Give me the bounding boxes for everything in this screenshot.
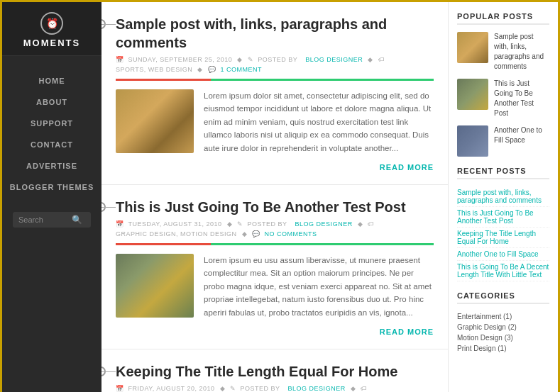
popular-post-text: Another One to Fill Space — [494, 125, 549, 145]
nav-link[interactable]: ABOUT — [2, 91, 101, 113]
post-meta: 📅TUESDAY, AUGUST 31, 2010 ◆ ✎POSTED BY B… — [116, 220, 434, 237]
nav-link[interactable]: ADVERTISE — [2, 155, 101, 177]
read-more-link[interactable]: READ MORE — [380, 163, 434, 172]
search-button[interactable]: 🔍 — [72, 215, 82, 225]
read-more-link[interactable]: READ MORE — [380, 327, 434, 336]
post-meta: 📅FRIDAY, AUGUST 20, 2010 ◆ ✎POSTED BY BL… — [116, 385, 434, 392]
category-item: Entertainment (1) — [457, 311, 549, 322]
main-content: Sample post with, links, paragraphs and … — [101, 2, 448, 392]
post-item: This is Just Going To Be Another Test Po… — [101, 185, 448, 349]
recent-post-item[interactable]: This is Going To Be A Decent Length Titl… — [457, 261, 549, 281]
popular-post-text: This is Just Going To Be Another Test Po… — [494, 79, 549, 118]
post-body: Lorem ipsum eu usu assum liberavisse, ut… — [116, 254, 434, 319]
category-link[interactable]: Entertainment (1) — [457, 313, 512, 320]
category-item: Print Design (1) — [457, 343, 549, 354]
post-tags: SPORTS, WEB DESIGN — [116, 66, 192, 73]
read-more-wrap: READ MORE — [116, 325, 434, 337]
popular-posts-title: POPULAR POSTS — [457, 12, 549, 25]
posts-container: Sample post with, links, paragraphs and … — [101, 2, 448, 392]
category-item: Motion Design (3) — [457, 332, 549, 343]
post-tags: GRAPHIC DESIGN, MOTION DESIGN — [116, 230, 237, 237]
post-color-bar — [116, 243, 434, 245]
right-sidebar: POPULAR POSTS Sample post with, links, p… — [448, 2, 558, 392]
post-date: FRIDAY, AUGUST 20, 2010 — [128, 385, 215, 392]
recent-post-item[interactable]: This is Just Going To Be Another Test Po… — [457, 207, 549, 228]
post-meta: 📅SUNDAY, SEPTEMBER 25, 2010 ◆ ✎POSTED BY… — [116, 56, 434, 73]
post-title[interactable]: Sample post with, links, paragraphs and … — [116, 15, 434, 52]
post-bullet-line — [101, 207, 116, 208]
recent-post-item[interactable]: Another One to Fill Space — [457, 248, 549, 261]
recent-posts-widget: RECENT POSTS Sample post with, links, pa… — [457, 167, 549, 281]
nav-link[interactable]: BLOGGER THEMES — [2, 177, 101, 198]
nav-item[interactable]: CONTACT — [2, 134, 101, 155]
logo-icon: ⏰ — [40, 12, 63, 35]
recent-posts-list: Sample post with, links, paragraphs and … — [457, 186, 549, 281]
post-comments[interactable]: NO COMMENTS — [265, 230, 317, 237]
popular-posts-widget: POPULAR POSTS Sample post with, links, p… — [457, 12, 549, 157]
popular-post-thumbnail — [457, 125, 488, 157]
post-comments[interactable]: 1 COMMENT — [220, 66, 262, 73]
nav-item[interactable]: HOME — [2, 70, 101, 91]
nav-link[interactable]: HOME — [2, 70, 101, 91]
post-item: Sample post with, links, paragraphs and … — [101, 2, 448, 185]
categories-title: CATEGORIES — [457, 291, 549, 304]
nav-link[interactable]: CONTACT — [2, 134, 101, 155]
nav-item[interactable]: BLOGGER THEMES — [2, 177, 101, 198]
post-color-bar — [116, 79, 434, 81]
read-more-wrap: READ MORE — [116, 160, 434, 173]
post-title[interactable]: This is Just Going To Be Another Test Po… — [116, 198, 434, 216]
post-item: Keeping The Title Length Equal For Home📅… — [101, 349, 448, 392]
nav-list: HOMEABOUTSUPPORTCONTACTADVERTISEBLOGGER … — [2, 70, 101, 198]
recent-post-item[interactable]: Sample post with, links, paragraphs and … — [457, 186, 549, 207]
recent-post-item[interactable]: Keeping The Title Length Equal For Home — [457, 228, 549, 248]
popular-post-item[interactable]: Another One to Fill Space — [457, 125, 549, 157]
main-nav: HOMEABOUTSUPPORTCONTACTADVERTISEBLOGGER … — [2, 70, 101, 198]
popular-post-text: Sample post with, links, paragraphs and … — [494, 32, 549, 72]
categories-widget: CATEGORIES Entertainment (1)Graphic Desi… — [457, 291, 549, 354]
post-author[interactable]: BLOG DESIGNER — [288, 385, 346, 392]
category-link[interactable]: Graphic Design (2) — [457, 323, 517, 331]
post-excerpt: Lorem ipsum eu usu assum liberavisse, ut… — [204, 254, 434, 319]
left-sidebar: ⏰ MOMENTS HOMEABOUTSUPPORTCONTACTADVERTI… — [2, 2, 101, 392]
category-link[interactable]: Motion Design (3) — [457, 334, 513, 342]
logo-text: MOMENTS — [23, 38, 80, 48]
logo: ⏰ MOMENTS — [2, 2, 101, 56]
popular-post-item[interactable]: Sample post with, links, paragraphs and … — [457, 32, 549, 72]
nav-item[interactable]: ADVERTISE — [2, 155, 101, 177]
categories-list: Entertainment (1)Graphic Design (2)Motio… — [457, 311, 549, 354]
post-thumbnail — [116, 254, 194, 318]
popular-post-thumbnail — [457, 32, 488, 63]
popular-posts-list: Sample post with, links, paragraphs and … — [457, 32, 549, 157]
post-author[interactable]: BLOG DESIGNER — [305, 56, 363, 63]
search-input[interactable] — [18, 215, 72, 224]
post-bullet-line — [101, 371, 116, 372]
nav-link[interactable]: SUPPORT — [2, 113, 101, 134]
post-title[interactable]: Keeping The Title Length Equal For Home — [116, 362, 434, 381]
post-date: SUNDAY, SEPTEMBER 25, 2010 — [128, 56, 233, 63]
post-excerpt: Lorem ipsum dolor sit amet, consectetur … — [204, 89, 434, 155]
popular-post-thumbnail — [457, 79, 488, 110]
post-date: TUESDAY, AUGUST 31, 2010 — [128, 220, 222, 228]
post-thumbnail — [116, 89, 194, 153]
nav-item[interactable]: SUPPORT — [2, 113, 101, 134]
search-box[interactable]: 🔍 — [13, 212, 91, 228]
post-body: Lorem ipsum dolor sit amet, consectetur … — [116, 89, 434, 155]
recent-posts-title: RECENT POSTS — [457, 167, 549, 179]
nav-item[interactable]: ABOUT — [2, 91, 101, 113]
post-author[interactable]: BLOG DESIGNER — [295, 220, 353, 228]
post-bullet-line — [101, 24, 116, 25]
category-item: Graphic Design (2) — [457, 322, 549, 332]
category-link[interactable]: Print Design (1) — [457, 345, 506, 352]
popular-post-item[interactable]: This is Just Going To Be Another Test Po… — [457, 79, 549, 118]
